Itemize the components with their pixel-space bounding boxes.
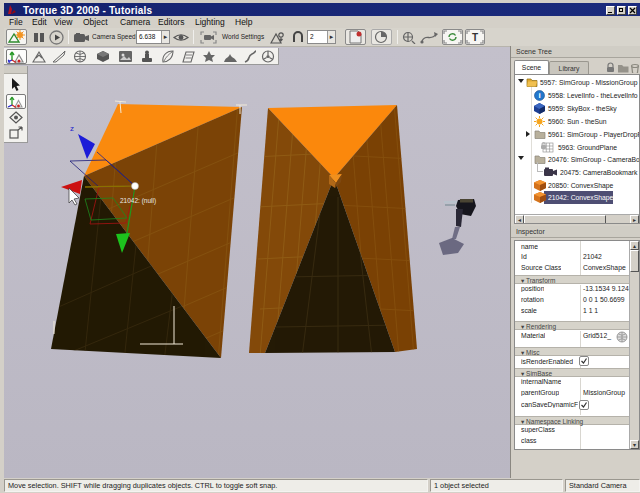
svg-text:21042: (null): 21042: (null) xyxy=(120,197,156,205)
svg-text:T: T xyxy=(472,32,478,43)
svg-text:i: i xyxy=(538,91,540,100)
svg-text:z: z xyxy=(70,124,74,133)
